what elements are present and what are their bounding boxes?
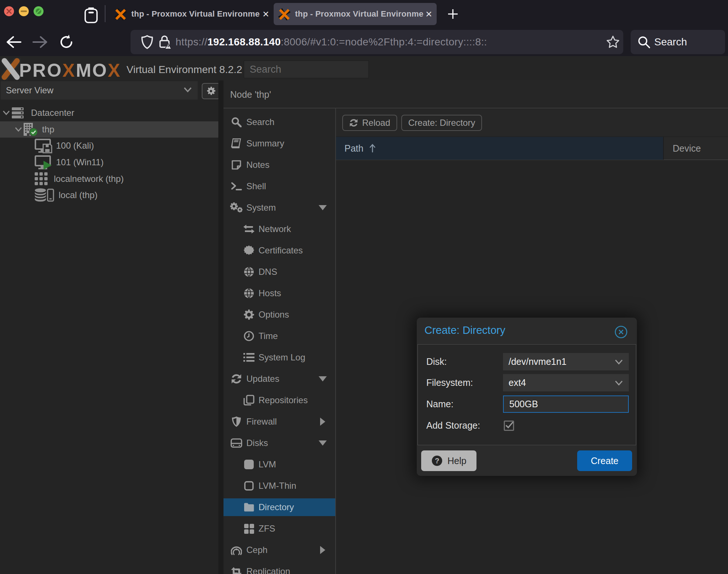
svg-text:?: ? bbox=[435, 457, 439, 465]
